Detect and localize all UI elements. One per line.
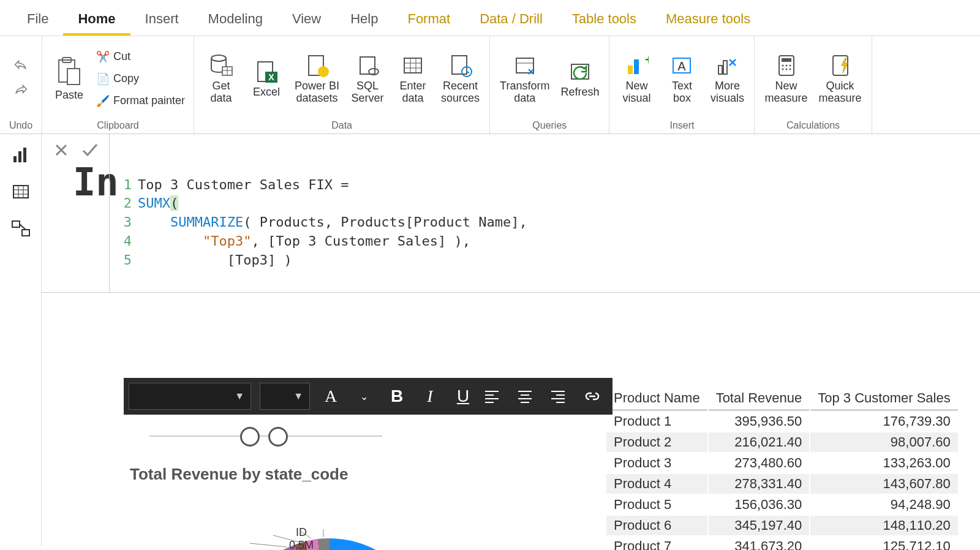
col-top3[interactable]: Top 3 Customer Sales: [810, 386, 957, 410]
tab-view[interactable]: View: [277, 5, 336, 36]
view-rail: [0, 134, 42, 546]
transform-data-button[interactable]: Transform data: [497, 51, 552, 107]
tab-data-drill[interactable]: Data / Drill: [465, 5, 557, 36]
sql-server-button[interactable]: SQL Server: [348, 51, 387, 107]
brush-icon: 🖌️: [96, 94, 110, 108]
col-product[interactable]: Product Name: [606, 386, 707, 410]
svg-point-37: [789, 64, 791, 66]
tab-measure-tools[interactable]: Measure tools: [651, 5, 765, 36]
table-row[interactable]: Product 7341,673.20125,712.10: [606, 537, 958, 550]
svg-rect-12: [360, 57, 375, 74]
textbox-icon: A: [669, 53, 694, 78]
donut-chart[interactable]: CA 21.25M ID 0.5M OK 0.94M IA 1.12M UT 1…: [134, 495, 526, 550]
new-visual-button[interactable]: +New visual: [617, 51, 656, 107]
redo-button[interactable]: [12, 83, 29, 100]
chart-title: Total Revenue by state_code: [130, 465, 348, 484]
undo-button[interactable]: [12, 58, 29, 75]
calculator-icon: [774, 53, 799, 78]
recent-sources-button[interactable]: Recent sources: [439, 51, 482, 107]
cut-button[interactable]: ✂️Cut: [95, 49, 186, 65]
table-row[interactable]: Product 6345,197.40148,110.20: [606, 516, 958, 535]
col-revenue[interactable]: Total Revenue: [709, 386, 810, 410]
report-view-button[interactable]: [11, 145, 31, 165]
tab-modeling[interactable]: Modeling: [194, 5, 277, 36]
database-icon: [209, 53, 233, 78]
font-color-button[interactable]: A: [318, 386, 343, 406]
align-right-button[interactable]: [550, 388, 575, 404]
svg-rect-51: [22, 230, 29, 236]
pbi-datasets-button[interactable]: Power BI datasets: [292, 51, 342, 107]
svg-rect-2: [67, 69, 80, 85]
ribbon: Undo Paste ✂️Cut 📄Copy 🖌️Format painter …: [0, 36, 980, 134]
sql-icon: [355, 53, 380, 78]
transform-icon: [513, 53, 537, 78]
tab-format[interactable]: Format: [393, 5, 465, 36]
svg-rect-45: [13, 186, 28, 198]
group-calc-label: Calculations: [786, 119, 840, 132]
product-table[interactable]: Product Name Total Revenue Top 3 Custome…: [605, 385, 959, 550]
font-color-chevron-icon[interactable]: ⌄: [352, 391, 376, 402]
svg-text:X: X: [268, 72, 274, 82]
formula-bar: In 1Top 3 Customer Sales FIX = 2SUMX( 3 …: [42, 134, 980, 293]
text-box-button[interactable]: AText box: [662, 51, 701, 107]
more-visuals-icon: [715, 53, 739, 78]
svg-line-69: [250, 543, 287, 547]
table-row[interactable]: Product 4278,331.40143,607.80: [606, 474, 958, 494]
svg-point-38: [782, 68, 783, 70]
table-row[interactable]: Product 2216,021.4098,007.60: [606, 432, 958, 452]
svg-rect-32: [723, 61, 727, 74]
table-row[interactable]: Product 5156,036.3094,248.90: [606, 495, 958, 514]
svg-rect-34: [782, 58, 791, 62]
more-visuals-button[interactable]: More visuals: [707, 51, 747, 107]
tab-help[interactable]: Help: [336, 5, 393, 36]
group-undo-label: Undo: [9, 119, 32, 132]
model-view-button[interactable]: [11, 219, 31, 238]
quick-icon: [828, 53, 853, 78]
link-button[interactable]: [583, 388, 608, 404]
svg-rect-19: [452, 56, 467, 74]
new-measure-button[interactable]: New measure: [762, 51, 810, 107]
group-insert-label: Insert: [669, 119, 694, 132]
svg-rect-26: [628, 66, 633, 74]
bold-button[interactable]: B: [385, 386, 409, 406]
date-slicer[interactable]: [149, 426, 382, 446]
pbi-icon: [305, 53, 330, 78]
svg-point-35: [782, 64, 783, 66]
get-data-button[interactable]: Get data: [202, 51, 241, 107]
paste-button[interactable]: Paste: [50, 54, 89, 104]
align-left-button[interactable]: [484, 388, 508, 404]
enter-data-button[interactable]: Enter data: [393, 51, 432, 107]
quick-measure-button[interactable]: Quick measure: [816, 51, 864, 107]
table-row[interactable]: Product 3273,480.60133,263.00: [606, 453, 958, 473]
underline-button[interactable]: U: [451, 386, 475, 406]
svg-point-39: [785, 68, 787, 70]
slice-label-id: ID 0.5M: [289, 526, 314, 550]
data-view-button[interactable]: [11, 182, 31, 202]
excel-button[interactable]: XExcel: [247, 57, 286, 101]
copy-button[interactable]: 📄Copy: [95, 71, 186, 87]
tab-table-tools[interactable]: Table tools: [557, 5, 651, 36]
tab-insert[interactable]: Insert: [130, 5, 194, 36]
scissors-icon: ✂️: [96, 50, 110, 64]
recent-icon: [448, 53, 473, 78]
italic-button[interactable]: I: [418, 386, 442, 406]
tab-file[interactable]: File: [12, 5, 63, 36]
copy-icon: 📄: [96, 72, 110, 86]
align-center-button[interactable]: [517, 388, 541, 404]
ribbon-tabs: File Home Insert Modeling View Help Form…: [0, 0, 980, 36]
svg-rect-14: [404, 58, 421, 73]
svg-rect-31: [718, 66, 722, 74]
font-size-dropdown[interactable]: ▼: [260, 383, 310, 410]
tab-home[interactable]: Home: [63, 5, 130, 36]
table-row[interactable]: Product 1395,936.50176,739.30: [606, 412, 958, 431]
svg-rect-42: [13, 156, 17, 162]
font-family-dropdown[interactable]: ▼: [129, 383, 251, 410]
group-data-label: Data: [331, 119, 352, 132]
formula-editor[interactable]: In 1Top 3 Customer Sales FIX = 2SUMX( 3 …: [110, 134, 980, 292]
chart-icon: +: [624, 53, 649, 78]
svg-rect-43: [18, 151, 21, 162]
formula-cancel-button[interactable]: [53, 141, 70, 285]
refresh-button[interactable]: Refresh: [558, 57, 601, 101]
format-painter-button[interactable]: 🖌️Format painter: [95, 93, 186, 109]
formula-commit-button[interactable]: [81, 141, 98, 285]
